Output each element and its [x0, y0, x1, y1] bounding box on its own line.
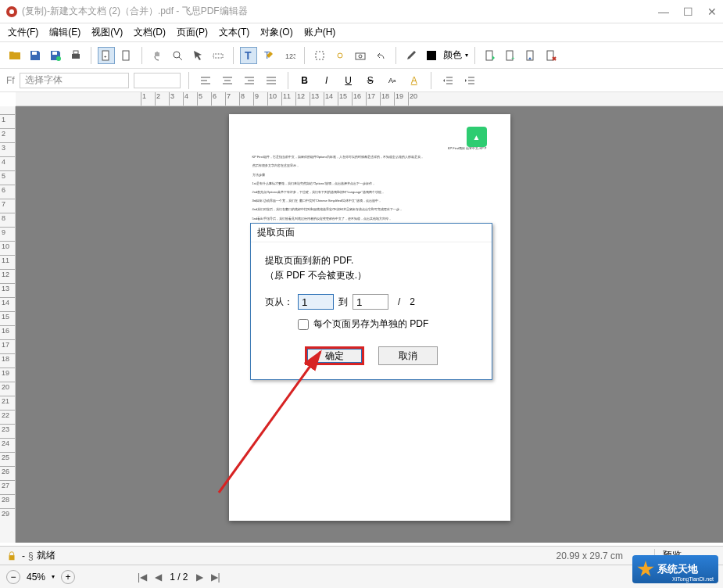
ruler-vertical: 1234567891011121314151617181920212223242… — [0, 106, 16, 543]
titlebar: (复制)-新建文本文档 (2)（合并）.pdf - 飞思PDF编辑器 — ☐ ✕ — [0, 0, 723, 23]
brand-logo: 系统天地 XiTongTianDi.net — [632, 555, 718, 583]
ruler-horizontal: 1234567891011121314151617181920 — [16, 92, 723, 106]
ok-button[interactable]: 确定 — [307, 349, 362, 363]
svg-rect-44 — [9, 555, 15, 560]
align-right-button[interactable] — [241, 72, 258, 89]
color-label: 颜色 — [443, 48, 462, 62]
zoom-tool-button[interactable] — [169, 47, 186, 64]
star-icon — [637, 561, 654, 578]
menu-file[interactable]: 文件(F) — [8, 26, 38, 39]
page-button[interactable] — [118, 47, 135, 64]
from-label: 页从： — [265, 296, 293, 309]
align-center-button[interactable] — [219, 72, 236, 89]
page-from-input[interactable] — [298, 294, 334, 310]
status-text: 就绪 — [37, 549, 557, 562]
page-down-button[interactable] — [522, 47, 539, 64]
toolbar-text: Ff 选择字体 B I U S Aa A — [0, 69, 723, 92]
indent-button[interactable] — [461, 72, 478, 89]
link-button[interactable] — [331, 47, 349, 64]
print-button[interactable] — [67, 47, 84, 64]
page-content: KP First项目 设置中文-KP P KP First组件，它是指当前中文，… — [252, 145, 487, 221]
lock-icon — [6, 550, 17, 561]
font-icon: Ff — [6, 75, 15, 86]
menu-view[interactable]: 视图(V) — [91, 26, 123, 39]
superscript-button[interactable]: Aa — [384, 72, 401, 89]
svg-rect-17 — [427, 51, 436, 60]
new-doc-button[interactable]: + — [98, 47, 115, 64]
next-page-button[interactable]: ▶ — [196, 572, 203, 583]
camera-button[interactable] — [352, 47, 369, 64]
text-tool-button[interactable]: T — [240, 47, 257, 64]
page-dimensions: 20.99 x 29.7 cm — [557, 550, 623, 561]
export-button[interactable] — [481, 47, 499, 64]
separate-pdf-checkbox[interactable] — [298, 319, 309, 330]
svg-rect-1 — [52, 52, 57, 55]
svg-text:+: + — [104, 54, 107, 59]
page-sep: / — [398, 296, 400, 307]
remove-page-button[interactable] — [542, 47, 560, 64]
hand-tool-button[interactable] — [149, 47, 166, 64]
svg-line-9 — [179, 57, 182, 60]
last-page-button[interactable]: ▶| — [211, 572, 220, 583]
svg-text:123: 123 — [285, 52, 295, 60]
svg-rect-10 — [213, 54, 223, 58]
strike-button[interactable]: S — [362, 72, 379, 89]
toolbar-main: + T T 123 颜色 ▾ + — [0, 42, 723, 69]
italic-button[interactable]: I — [318, 72, 335, 89]
prev-page-button[interactable]: ◀ — [155, 572, 162, 583]
underline-button[interactable]: U — [340, 72, 357, 89]
svg-text:+: + — [511, 55, 515, 62]
cancel-button[interactable]: 取消 — [378, 346, 438, 365]
zoom-percent: 45% — [27, 572, 45, 583]
dialog-description: 提取页面到新的 PDF. （原 PDF 不会被更改.） — [265, 253, 478, 283]
zoom-dropdown-icon[interactable]: ▾ — [52, 573, 55, 580]
font-select[interactable]: 选择字体 — [20, 73, 129, 88]
align-left-button[interactable] — [197, 72, 214, 89]
menubar: 文件(F) 编辑(E) 视图(V) 文档(D) 页面(P) 文本(T) 对象(O… — [0, 23, 723, 42]
ok-button-highlight: 确定 — [305, 346, 364, 365]
svg-rect-15 — [356, 53, 365, 59]
save-button[interactable] — [27, 47, 44, 64]
menu-doc[interactable]: 文档(D) — [134, 26, 166, 39]
menu-edit[interactable]: 编辑(E) — [49, 26, 81, 39]
color-dropdown-icon[interactable]: ▾ — [465, 52, 468, 59]
menu-object[interactable]: 对象(O) — [260, 26, 292, 39]
first-page-button[interactable]: |◀ — [138, 572, 147, 583]
saveas-button[interactable] — [47, 47, 64, 64]
zoom-in-button[interactable]: + — [61, 570, 75, 584]
minimize-button[interactable]: — — [658, 5, 669, 18]
to-label: 到 — [338, 296, 348, 309]
zoom-out-button[interactable]: − — [6, 570, 20, 584]
open-button[interactable] — [6, 47, 23, 64]
edit-tool-button[interactable] — [209, 47, 227, 64]
crop-button[interactable] — [311, 47, 328, 64]
page-to-input[interactable] — [353, 294, 388, 310]
svg-rect-0 — [32, 52, 37, 55]
page-total: 2 — [410, 296, 415, 307]
color-swatch[interactable] — [423, 47, 440, 64]
add-page-button[interactable]: + — [502, 47, 519, 64]
menu-page[interactable]: 页面(P) — [177, 26, 208, 39]
bold-button[interactable]: B — [296, 72, 313, 89]
svg-point-2 — [56, 56, 61, 61]
maximize-button[interactable]: ☐ — [683, 5, 693, 18]
menu-account[interactable]: 账户(H) — [304, 26, 336, 39]
svg-point-8 — [174, 52, 180, 58]
svg-text:T: T — [245, 49, 252, 62]
menu-text[interactable]: 文本(T) — [219, 26, 249, 39]
close-button[interactable]: ✕ — [707, 5, 717, 18]
align-justify-button[interactable] — [263, 72, 280, 89]
svg-rect-7 — [123, 51, 129, 60]
text-edit-button[interactable]: T — [260, 47, 277, 64]
lock-sep-icon: § — [28, 550, 34, 561]
bottombar: − 45% ▾ + |◀ ◀ 1 / 2 ▶ ▶| — [0, 565, 723, 588]
font-size-select[interactable] — [134, 73, 181, 88]
brush-button[interactable] — [403, 47, 420, 64]
select-tool-button[interactable] — [189, 47, 206, 64]
extract-pages-dialog: 提取页面 提取页面到新的 PDF. （原 PDF 不会被更改.） 页从： 到 /… — [250, 223, 492, 380]
pdf-badge-icon — [467, 127, 487, 147]
outdent-button[interactable] — [439, 72, 456, 89]
text-num-button[interactable]: 123 — [281, 47, 298, 64]
font-color-button[interactable]: A — [406, 72, 423, 89]
undo-button[interactable] — [372, 47, 389, 64]
